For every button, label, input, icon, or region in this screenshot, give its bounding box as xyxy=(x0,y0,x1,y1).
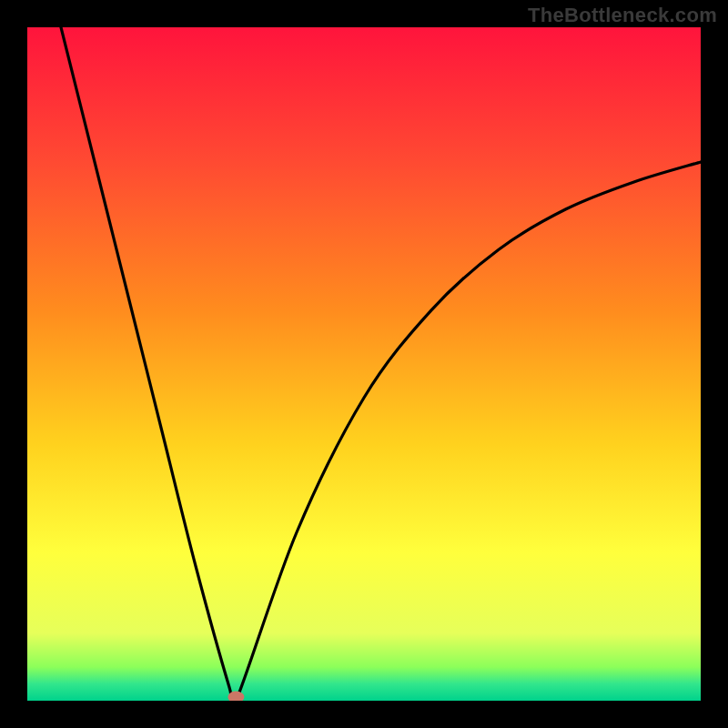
attribution-label: TheBottleneck.com xyxy=(528,4,717,27)
bottleneck-chart xyxy=(27,27,701,701)
chart-frame: TheBottleneck.com xyxy=(0,0,728,728)
plot-background xyxy=(27,27,701,701)
